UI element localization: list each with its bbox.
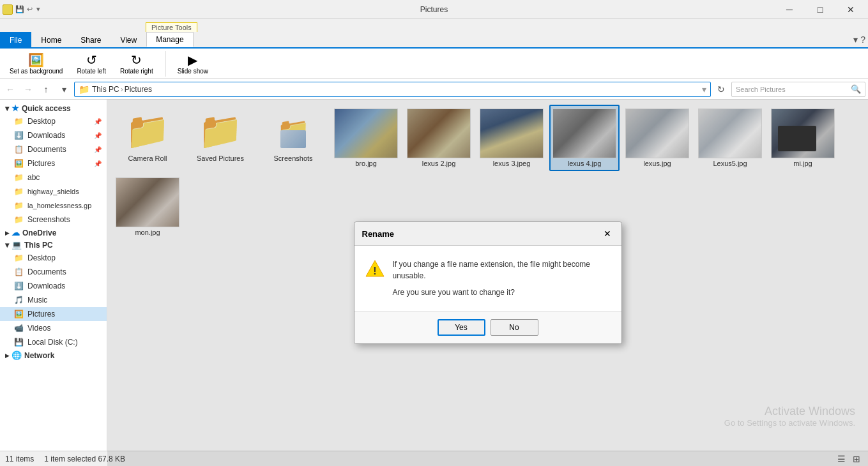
addr-this-pc: This PC — [92, 85, 119, 94]
quick-access-header[interactable]: ▾ ★ Quick access — [0, 102, 107, 114]
background-icon: 🖼️ — [28, 52, 44, 68]
sidebar-item-music[interactable]: 🎵 Music — [0, 293, 107, 307]
sidebar-item-documents-pc[interactable]: 📋 Documents — [0, 265, 107, 279]
sidebar-item-pictures-qa[interactable]: 🖼️ Pictures 📌 — [0, 156, 107, 170]
rotate-left-icon: ↺ — [86, 52, 97, 68]
sidebar-item-documents[interactable]: 📋 Documents 📌 — [0, 142, 107, 156]
chevron-right-icon-net: ▸ — [5, 351, 9, 360]
maximize-button[interactable]: □ — [805, 0, 835, 19]
recent-locations-button[interactable]: ▾ — [56, 82, 72, 97]
tab-share[interactable]: Share — [71, 32, 110, 47]
set-as-background-btn[interactable]: 🖼️ Set as background — [5, 50, 67, 77]
sidebar-item-downloads[interactable]: ⬇️ Downloads 📌 — [0, 128, 107, 142]
pictures-icon-qa: 🖼️ — [14, 159, 24, 168]
pin-icon: 📌 — [94, 118, 102, 125]
chevron-down-icon: ▾ — [5, 104, 9, 113]
title-bar: 💾 ↩ ▾ Pictures ─ □ ✕ — [0, 0, 868, 19]
picture-tools-label: Picture Tools — [146, 22, 197, 32]
address-bar-area: ← → ↑ ▾ 📁 This PC › Pictures ▾ ↻ Search … — [0, 79, 868, 100]
downloads-icon: ⬇️ — [14, 131, 24, 140]
no-button[interactable]: No — [491, 319, 538, 336]
main-layout: ▾ ★ Quick access 📁 Desktop 📌 ⬇️ Download… — [0, 100, 868, 466]
title-text: Pictures — [420, 5, 448, 14]
items-count: 11 items — [5, 455, 34, 463]
dialog-close-button[interactable]: ✕ — [601, 227, 614, 240]
dialog-footer: Yes No — [354, 311, 621, 343]
rotate-left-btn[interactable]: ↺ Rotate left — [72, 50, 110, 77]
forward-button[interactable]: → — [20, 82, 36, 97]
video-icon: 📹 — [14, 324, 24, 333]
tab-spacer — [194, 32, 851, 47]
quick-access-dropdown[interactable]: ▾ — [36, 5, 40, 13]
folder-icon: 📁 — [14, 117, 24, 126]
dialog-title-bar: Rename ✕ — [354, 222, 621, 246]
rename-dialog: Rename ✕ ! If you change a file name ext… — [354, 222, 622, 344]
pictures-icon-pc: 🖼️ — [14, 310, 24, 319]
sidebar-item-la[interactable]: 📁 la_homelessness.gp — [0, 199, 107, 213]
svg-text:!: ! — [373, 266, 376, 276]
pin-icon-pics: 📌 — [94, 160, 102, 167]
pin-icon-dl: 📌 — [94, 132, 102, 139]
downloads-icon-pc: ⬇️ — [14, 282, 24, 290]
sidebar-item-videos[interactable]: 📹 Videos — [0, 321, 107, 335]
ribbon-right-controls: ▾ ? — [851, 32, 868, 47]
music-icon: 🎵 — [14, 296, 24, 304]
tab-manage[interactable]: Manage — [146, 32, 193, 47]
folder-icon-hw: 📁 — [14, 187, 24, 196]
folder-icon-addr: 📁 — [79, 84, 89, 94]
help-button[interactable]: ? — [860, 34, 865, 45]
ribbon-commands: 🖼️ Set as background ↺ Rotate left ↻ Rot… — [0, 49, 868, 79]
ribbon-tabs-row: File Home Share View Manage ▾ ? — [0, 32, 868, 49]
chevron-right-icon: ▸ — [5, 229, 9, 237]
folder-icon-ss: 📁 — [14, 215, 24, 224]
refresh-button[interactable]: ↻ — [713, 82, 729, 97]
sidebar-item-highway[interactable]: 📁 highway_shields — [0, 184, 107, 199]
tab-view[interactable]: View — [110, 32, 146, 47]
back-button[interactable]: ← — [3, 82, 18, 97]
network-label: Network — [24, 351, 54, 360]
sidebar-item-abc[interactable]: 📁 abc — [0, 170, 107, 184]
sidebar-item-local-disk[interactable]: 💾 Local Disk (C:) — [0, 335, 107, 349]
addr-sep-1: › — [121, 85, 123, 94]
network-icon: 🌐 — [11, 350, 22, 360]
ribbon-collapse-button[interactable]: ▾ — [853, 34, 858, 45]
minimize-button[interactable]: ─ — [775, 0, 804, 19]
tab-file[interactable]: File — [0, 32, 31, 47]
folder-icon-d: 📁 — [14, 253, 24, 262]
network-header[interactable]: ▸ 🌐 Network — [0, 349, 107, 361]
dialog-overlay: Rename ✕ ! If you change a file name ext… — [107, 100, 868, 466]
close-button[interactable]: ✕ — [836, 0, 865, 19]
content-area: 📁 Camera Roll 📁 Saved Pictures 📁 Screens… — [107, 100, 868, 466]
slideshow-icon: ▶ — [188, 52, 197, 68]
onedrive-header[interactable]: ▸ ☁ OneDrive — [0, 227, 107, 239]
addr-pictures: Pictures — [125, 85, 152, 94]
rotate-right-btn[interactable]: ↻ Rotate right — [116, 50, 158, 77]
addr-dropdown-icon[interactable]: ▾ — [702, 84, 706, 94]
sidebar-item-screenshots-qa[interactable]: 📁 Screenshots — [0, 213, 107, 227]
sidebar-item-pictures-pc[interactable]: 🖼️ Pictures — [0, 307, 107, 321]
sidebar-item-desktop-pc[interactable]: 📁 Desktop — [0, 251, 107, 265]
slideshow-btn[interactable]: ▶ Slide show — [174, 51, 212, 76]
yes-button[interactable]: Yes — [438, 319, 485, 336]
search-box[interactable]: Search Pictures 🔍 — [731, 82, 865, 97]
sidebar: ▾ ★ Quick access 📁 Desktop 📌 ⬇️ Download… — [0, 100, 107, 466]
quick-access-label: Quick access — [22, 104, 71, 113]
sidebar-item-desktop[interactable]: 📁 Desktop 📌 — [0, 114, 107, 128]
thispc-label: This PC — [24, 241, 53, 250]
window-title: Pictures — [420, 5, 448, 14]
onedrive-label: OneDrive — [22, 229, 56, 237]
folder-icon-abc: 📁 — [14, 173, 24, 182]
address-bar[interactable]: 📁 This PC › Pictures ▾ — [74, 82, 711, 97]
title-bar-left: 💾 ↩ ▾ — [3, 4, 40, 15]
thispc-header[interactable]: ▾ 💻 This PC — [0, 239, 107, 251]
search-placeholder: Search Pictures — [736, 86, 786, 93]
tab-home[interactable]: Home — [31, 32, 71, 47]
folder-icon-la: 📁 — [14, 201, 24, 210]
documents-icon: 📋 — [14, 145, 24, 154]
sidebar-item-downloads-pc[interactable]: ⬇️ Downloads — [0, 279, 107, 293]
up-button[interactable]: ↑ — [38, 82, 54, 97]
app-icon — [3, 4, 13, 15]
warning-icon: ! — [365, 259, 385, 284]
computer-icon: 💻 — [11, 240, 22, 250]
folder-icon-doc: 📋 — [14, 267, 24, 276]
